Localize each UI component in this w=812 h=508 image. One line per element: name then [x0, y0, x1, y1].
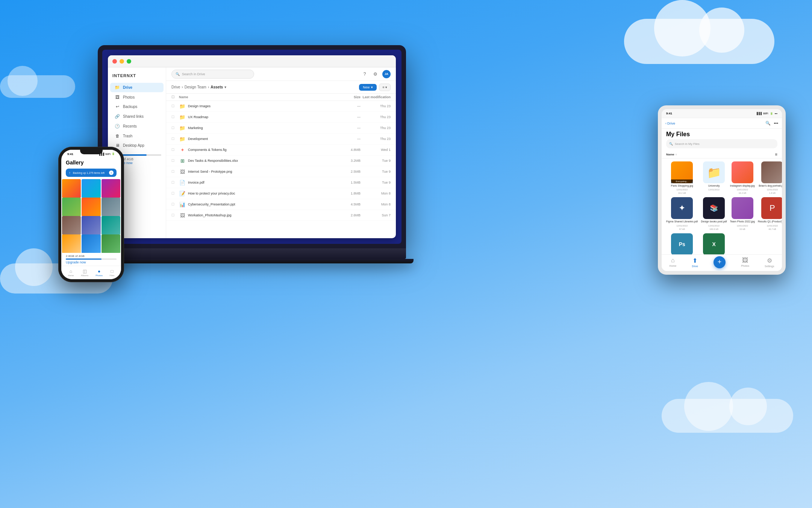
recents-icon: 🕐	[115, 124, 120, 129]
search-box[interactable]: 🔍 Search in Drive	[171, 70, 254, 79]
tablet-status-icons: ▐▐▐ WiFi 🔋 •••	[756, 112, 777, 115]
file-name: Marketing	[188, 126, 338, 130]
phone-body: 9:41 ▐▐▐ WiFi 🔋 Gallery ↑ Backing up 1,2…	[58, 147, 124, 282]
breadcrumb-design-team[interactable]: Design Team	[185, 85, 206, 89]
phone-upgrade-link[interactable]: Upgrade now	[66, 260, 117, 264]
laptop-screen-border: INTERNXT 📁 Drive 🖼 Photos ↩ Backups	[98, 45, 406, 248]
tablet-file-item[interactable]: Brian's dog portrait.png 12/01/2022 1.8 …	[758, 161, 782, 194]
tablet-nav-settings[interactable]: ⚙ Settings	[765, 257, 774, 268]
drive-content-area: 🔍 Search in Drive ? ⚙ JA	[166, 67, 396, 238]
photo-cell[interactable]	[62, 198, 81, 216]
breadcrumb-sep-2: ›	[208, 85, 209, 89]
file-checkbox[interactable]: ☐	[171, 104, 179, 108]
sidebar-item-drive-label: Drive	[123, 85, 132, 90]
phone-nav-home[interactable]: ⌂ Home	[68, 269, 74, 277]
tablet-file-item[interactable]: X file10.xlsx	[701, 233, 727, 254]
phone-nav-albums[interactable]: ◫ Albums	[81, 269, 88, 277]
phone-nav-files[interactable]: □ Files	[110, 269, 115, 277]
photo-cell[interactable]	[62, 216, 81, 235]
tablet-search-icon[interactable]: 🔍	[765, 121, 771, 126]
file-checkbox[interactable]: ☐	[171, 202, 179, 206]
file-row[interactable]: ☐ 📁 UX Roadmap — Thu 23	[166, 112, 396, 123]
photo-cell[interactable]	[102, 216, 120, 235]
fullscreen-button[interactable]	[127, 59, 131, 64]
sort-asc-icon: ↑	[676, 153, 677, 156]
sidebar-item-drive[interactable]: 📁 Drive	[110, 83, 164, 92]
photo-cell[interactable]	[102, 198, 120, 216]
minimize-button[interactable]	[120, 59, 124, 64]
file-row[interactable]: ☐ ⊞ Dev Tasks & Responsibilities.xlsx 3.…	[166, 155, 396, 166]
photo-cell[interactable]	[82, 198, 100, 216]
file-row[interactable]: ☐ 🖼 Workation_PhotoMashup.jpg 2.6MB Sun …	[166, 210, 396, 221]
sidebar-item-photos[interactable]: 🖼 Photos	[110, 93, 164, 102]
file-checkbox[interactable]: ☐	[171, 213, 179, 217]
pdf-icon: 📄	[179, 179, 186, 186]
file-name: Internxt Send - Prototype.png	[188, 170, 338, 173]
photo-cell[interactable]	[82, 216, 100, 235]
file-checkbox[interactable]: ☐	[171, 181, 179, 184]
tablet-file-item[interactable]: P Results Q1 (Product).ppt 12/01/2022 46…	[758, 197, 782, 230]
tablet-nav-drive[interactable]: ⬆ Drive	[692, 257, 698, 268]
settings-icon[interactable]: ⚙	[372, 71, 379, 78]
file-row[interactable]: ☐ 📁 Marketing — Thu 23	[166, 123, 396, 134]
breadcrumb-drive[interactable]: Drive	[171, 85, 180, 89]
sidebar-item-backups[interactable]: ↩ Backups	[110, 102, 164, 111]
photo-cell[interactable]	[102, 234, 120, 253]
photo-cell[interactable]	[82, 234, 100, 253]
tablet-file-item[interactable]: Instagram display.jpg 13/01/2022 16.2 kB	[730, 161, 755, 194]
tablet-file-item[interactable]: ✦ Figma Shared Libraries.pdf 12/01/2022 …	[666, 197, 698, 230]
file-row[interactable]: ☐ 📄 Invoice.pdf 1.5MB Tue 9	[166, 177, 396, 188]
tablet-file-item[interactable]: Team Photo 2022.jpg 13/01/2022 33 kB	[730, 197, 755, 230]
view-toggle-button[interactable]: ≡ ▾	[379, 84, 391, 91]
tablet-view-toggle[interactable]: ≡	[775, 152, 777, 157]
wifi-icon: WiFi	[105, 153, 111, 155]
file-checkbox[interactable]: ☐	[171, 148, 179, 152]
sidebar-item-trash[interactable]: 🗑 Trash	[110, 131, 164, 140]
tablet-file-name: Design books post.pdf	[701, 220, 727, 223]
tablet-file-item[interactable]: Ps file9.psd	[666, 233, 698, 254]
tablet-file-item[interactable]: Encrypting... Paris Shopping.jpg 12/01/2…	[666, 161, 698, 194]
tablet-fab-button[interactable]: +	[714, 256, 726, 268]
user-avatar[interactable]: JA	[382, 70, 391, 78]
drive-header: Drive › Design Team › Assets ▾ New ▾	[166, 81, 396, 94]
search-icon: 🔍	[176, 72, 180, 76]
file-row[interactable]: ☐ 📁 Design Images — Thu 23	[166, 101, 396, 112]
photo-cell[interactable]	[62, 179, 81, 198]
file-row[interactable]: ☐ 📊 Cybersecurity_Presentation.ppt 4.5MB…	[166, 199, 396, 210]
close-button[interactable]	[112, 59, 117, 64]
file-table-header: ☐ Name Size Last modification	[166, 94, 396, 101]
file-checkbox[interactable]: ☐	[171, 115, 179, 119]
photo-cell[interactable]	[102, 179, 120, 198]
tablet-file-item[interactable]: 📚 Design books post.pdf 12/01/2022 180.6…	[701, 197, 727, 230]
photo-cell[interactable]	[82, 179, 100, 198]
file-checkbox[interactable]: ☐	[171, 192, 179, 195]
file-row[interactable]: ☐ 📝 How to protect your privacy.doc 1.8M…	[166, 188, 396, 199]
tablet-nav-home[interactable]: ⌂ Home	[670, 257, 677, 267]
folder-icon: 📁	[179, 103, 186, 110]
tablet-more-options-icon[interactable]: •••	[774, 121, 778, 126]
tablet-file-item[interactable]: 📁 University 12/01/2022	[701, 161, 727, 194]
tablet-nav-add[interactable]: +	[714, 256, 726, 268]
photo-cell[interactable]	[62, 234, 81, 253]
tablet-file-thumb: 📁	[703, 161, 725, 183]
file-checkbox[interactable]: ☐	[171, 159, 179, 163]
help-icon[interactable]: ?	[361, 71, 368, 78]
tablet-device: 9:41 ▐▐▐ WiFi 🔋 ••• ‹ Drive 🔍 •••	[658, 105, 786, 275]
tablet-back-button[interactable]: ‹ Drive	[665, 122, 675, 125]
phone-nav-home-label: Home	[68, 274, 74, 277]
sidebar-item-shared-links[interactable]: 🔗 Shared links	[110, 112, 164, 121]
drive-icon: 📁	[115, 85, 120, 90]
file-checkbox[interactable]: ☐	[171, 170, 179, 173]
tablet-nav-photos[interactable]: 🖼 Photos	[741, 257, 749, 267]
new-button[interactable]: New ▾	[359, 84, 377, 91]
tablet-search-box[interactable]: 🔍 Search in My Files	[666, 139, 777, 148]
file-row[interactable]: ☐ ✦ Components & Tokens.fig 4.8MB Wed 1	[166, 144, 396, 155]
file-checkbox[interactable]: ☐	[171, 126, 179, 130]
file-row[interactable]: ☐ 🖼 Internxt Send - Prototype.png 2.5MB …	[166, 166, 396, 177]
sidebar-item-recents[interactable]: 🕐 Recents	[110, 122, 164, 131]
file-row[interactable]: ☐ 📁 Development — Thu 23	[166, 134, 396, 144]
phone-nav-photos[interactable]: ● Photos	[95, 269, 103, 277]
file-checkbox[interactable]: ☐	[171, 137, 179, 141]
select-all-checkbox[interactable]: ☐	[171, 95, 179, 99]
tablet-nav-home-label: Home	[670, 265, 677, 267]
